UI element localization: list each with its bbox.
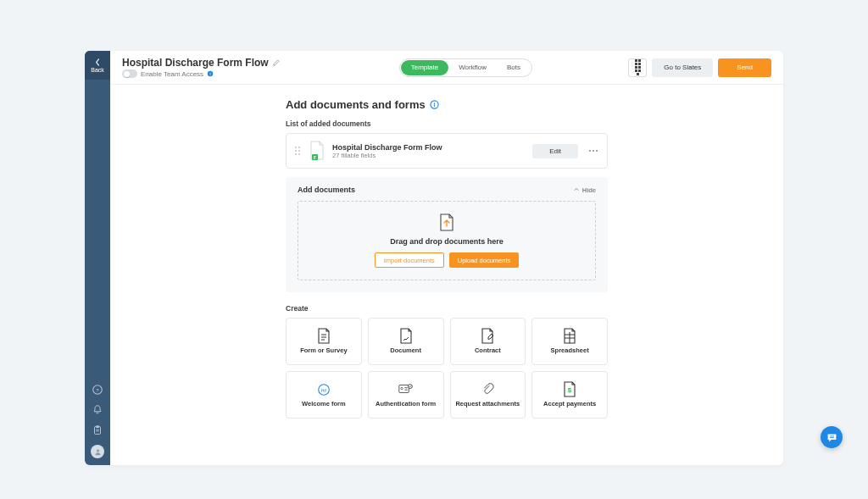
- dropzone-text: Drag and drop documents here: [390, 237, 504, 246]
- create-subhead: Create: [286, 304, 608, 313]
- tab-bots[interactable]: Bots: [497, 60, 531, 75]
- topbar: Hospital Discharge Form Flow Enable Team…: [110, 51, 783, 85]
- main: Hospital Discharge Form Flow Enable Team…: [110, 51, 783, 465]
- chat-icon: [826, 432, 837, 443]
- tile-label: Welcome form: [298, 401, 349, 408]
- payment-icon: $: [562, 382, 577, 397]
- contract-icon: [480, 329, 495, 344]
- edit-pencil-icon[interactable]: [272, 58, 281, 67]
- svg-text:$: $: [568, 386, 572, 394]
- add-documents-panel: Add documents Hide Drag and drop documen…: [286, 177, 608, 292]
- chat-fab[interactable]: [821, 426, 843, 448]
- tile-form-or-survey[interactable]: Form or Survey: [286, 318, 362, 365]
- document-subtext: 27 fillable fields: [332, 152, 526, 159]
- svg-text:i: i: [433, 102, 435, 108]
- app-window: Back ? Hospital Discharge Form Flow: [85, 51, 783, 465]
- edit-document-button[interactable]: Edit: [532, 144, 578, 158]
- tile-document[interactable]: Document: [368, 318, 444, 365]
- hide-label: Hide: [582, 186, 596, 194]
- help-icon[interactable]: ?: [92, 384, 103, 396]
- tile-label: Document: [387, 347, 425, 355]
- document-card: F Hospital Discharge Form Flow 27 fillab…: [286, 133, 608, 169]
- team-access-toggle[interactable]: [122, 69, 137, 78]
- upload-file-icon: [439, 213, 454, 232]
- list-subhead: List of added documents: [286, 119, 608, 128]
- page-title: Hospital Discharge Form Flow: [122, 57, 269, 69]
- chevron-left-icon: [94, 58, 102, 66]
- svg-text:F: F: [314, 155, 316, 160]
- document-file-icon: F: [309, 141, 326, 161]
- team-access-row: Enable Team Access i: [122, 69, 281, 78]
- paperclip-icon: [480, 382, 495, 397]
- tile-label: Spreadsheet: [548, 347, 593, 355]
- dropzone[interactable]: Drag and drop documents here Import docu…: [298, 201, 596, 280]
- svg-text:?: ?: [96, 387, 99, 393]
- auth-icon: [398, 382, 414, 397]
- section-heading-row: Add documents and forms i: [286, 98, 608, 111]
- welcome-icon: Hi!: [316, 382, 331, 397]
- bell-icon[interactable]: [92, 404, 103, 416]
- team-access-label: Enable Team Access: [141, 70, 203, 78]
- tile-authentication-form[interactable]: Authentication form: [368, 371, 444, 419]
- page-title-row: Hospital Discharge Form Flow: [122, 57, 281, 69]
- svg-point-6: [97, 449, 99, 452]
- add-documents-title: Add documents: [298, 186, 355, 194]
- back-button[interactable]: Back: [85, 51, 110, 80]
- document-name: Hospital Discharge Form Flow: [332, 143, 526, 152]
- spreadsheet-icon: [562, 329, 577, 344]
- upload-documents-button[interactable]: Upload documents: [449, 252, 520, 268]
- tile-label: Accept payments: [540, 401, 599, 408]
- tile-label: Request attachments: [452, 401, 523, 408]
- tab-template[interactable]: Template: [401, 60, 448, 75]
- sidebar-tools: ?: [91, 384, 104, 465]
- tile-label: Contract: [471, 347, 504, 355]
- tile-label: Form or Survey: [297, 347, 350, 355]
- svg-point-22: [400, 388, 402, 390]
- tab-workflow[interactable]: Workflow: [448, 60, 497, 75]
- drag-handle-icon[interactable]: [295, 147, 302, 155]
- apps-grid-button[interactable]: [628, 58, 647, 77]
- send-button[interactable]: Send: [718, 58, 771, 77]
- tile-label: Authentication form: [372, 401, 439, 408]
- info-icon[interactable]: i: [430, 100, 439, 109]
- tile-contract[interactable]: Contract: [450, 318, 526, 365]
- tile-spreadsheet[interactable]: Spreadsheet: [531, 318, 608, 365]
- chevron-up-icon: [573, 186, 580, 193]
- stage-tabs: Template Workflow Bots: [399, 58, 532, 77]
- tile-welcome-form[interactable]: Hi! Welcome form: [286, 371, 362, 419]
- back-label: Back: [91, 67, 104, 73]
- import-documents-button[interactable]: Import documents: [375, 252, 444, 268]
- sidebar: Back ?: [85, 51, 110, 465]
- svg-rect-21: [398, 385, 408, 393]
- document-icon: [398, 329, 414, 344]
- form-icon: [316, 329, 331, 344]
- go-to-slates-button[interactable]: Go to Slates: [652, 58, 713, 77]
- svg-text:i: i: [210, 72, 211, 76]
- hide-toggle[interactable]: Hide: [573, 186, 596, 194]
- clipboard-icon[interactable]: [92, 424, 103, 436]
- info-icon[interactable]: i: [207, 70, 214, 77]
- avatar[interactable]: [91, 445, 104, 458]
- section-heading: Add documents and forms: [286, 98, 426, 111]
- tile-accept-payments[interactable]: $ Accept payments: [531, 371, 608, 419]
- document-more-button[interactable]: [585, 150, 598, 152]
- svg-text:Hi!: Hi!: [321, 387, 327, 392]
- content: Add documents and forms i List of added …: [110, 85, 783, 465]
- create-grid: Form or Survey Document Contract Spreads…: [286, 318, 608, 419]
- tile-request-attachments[interactable]: Request attachments: [450, 371, 526, 419]
